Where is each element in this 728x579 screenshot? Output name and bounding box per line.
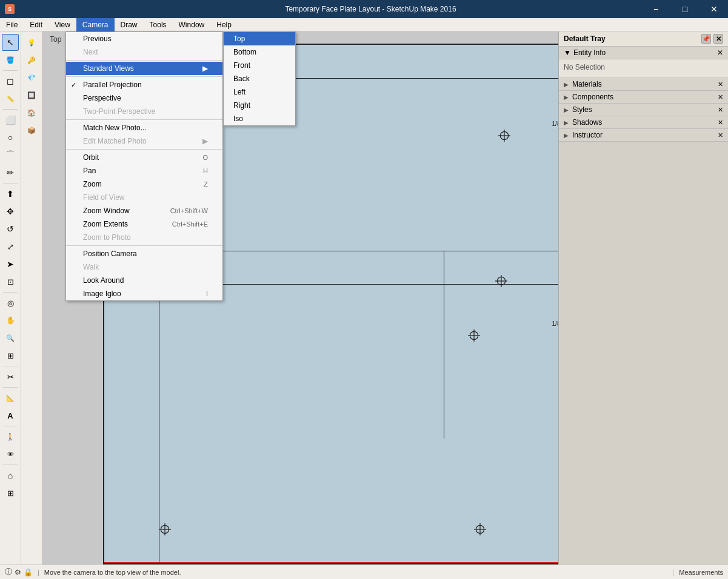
pan-tool-button[interactable]: ✋ bbox=[2, 312, 19, 329]
view-front[interactable]: Front bbox=[224, 59, 295, 72]
secondary-btn-1[interactable]: 💡 bbox=[23, 34, 40, 51]
secondary-btn-6[interactable]: 📦 bbox=[23, 122, 40, 139]
position-label: Position Camera bbox=[83, 250, 137, 258]
left-toolbar: ↖ 🪣 ◻ 📏 ⬜ ○ ⌒ ✏ ⬆ ✥ ↺ ⤢ ➤ ⊡ ◎ ✋ 🔍 ⊞ ✂ 📐 … bbox=[0, 31, 21, 564]
pencil-tool-button[interactable]: ✏ bbox=[2, 164, 19, 181]
menu-edit[interactable]: Edit bbox=[24, 18, 48, 31]
rotate-tool-button[interactable]: ↺ bbox=[2, 220, 19, 237]
camera-menu-pan[interactable]: Pan H bbox=[66, 164, 222, 177]
components-header[interactable]: ▶ Components ✕ bbox=[559, 91, 728, 103]
menu-camera[interactable]: Camera bbox=[76, 18, 115, 31]
arc-tool-button[interactable]: ⌒ bbox=[2, 147, 19, 164]
view-left-label: Left bbox=[233, 88, 245, 96]
camera-menu-parallel[interactable]: ✓ Parallel Projection bbox=[66, 78, 222, 91]
components-close[interactable]: ✕ bbox=[718, 93, 723, 101]
view-right[interactable]: Right bbox=[224, 99, 295, 112]
standard-views-submenu: Top Bottom Front Back Left Right Iso bbox=[223, 31, 296, 126]
walk-label: Walk bbox=[83, 263, 99, 271]
move-tool-button[interactable]: ✥ bbox=[2, 203, 19, 220]
component-tool-button[interactable]: ⊞ bbox=[2, 485, 19, 501]
view-top-label: Top bbox=[233, 35, 245, 43]
styles-close[interactable]: ✕ bbox=[718, 106, 723, 114]
tray-controls: 📌 ✕ bbox=[701, 34, 723, 44]
menu-view[interactable]: View bbox=[48, 18, 76, 31]
status-icon-3: 🔒 bbox=[24, 568, 33, 577]
zoom-tool-button[interactable]: 🔍 bbox=[2, 329, 19, 346]
tray-close-button[interactable]: ✕ bbox=[713, 34, 723, 44]
camera-menu-zoom-window[interactable]: Zoom Window Ctrl+Shift+W bbox=[66, 204, 222, 217]
instructor-arrow: ▶ bbox=[564, 132, 569, 139]
camera-menu-previous[interactable]: Previous bbox=[66, 32, 222, 45]
eraser-tool-button[interactable]: ◻ bbox=[2, 73, 19, 90]
rect-tool-button[interactable]: ⬜ bbox=[2, 111, 19, 128]
styles-header[interactable]: ▶ Styles ✕ bbox=[559, 104, 728, 116]
window-title: Temporary Face Plate Layout - SketchUp M… bbox=[18, 5, 723, 13]
paint-tool-button[interactable]: 🪣 bbox=[2, 51, 19, 68]
materials-close[interactable]: ✕ bbox=[718, 81, 723, 88]
camera-menu-standard-views[interactable]: Standard Views ▶ bbox=[66, 62, 222, 75]
camera-menu-position[interactable]: Position Camera bbox=[66, 247, 222, 260]
instructor-close[interactable]: ✕ bbox=[718, 131, 723, 139]
view-iso[interactable]: Iso bbox=[224, 112, 295, 125]
camera-menu-image-igloo[interactable]: Image Igloo I bbox=[66, 287, 222, 300]
materials-header[interactable]: ▶ Materials ✕ bbox=[559, 78, 728, 90]
shadows-panel: ▶ Shadows ✕ bbox=[559, 116, 728, 129]
camera-menu-match-new[interactable]: Match New Photo... bbox=[66, 121, 222, 134]
walk-tool-button[interactable]: 🚶 bbox=[2, 428, 19, 445]
lookaround-tool-button[interactable]: 👁 bbox=[2, 446, 19, 463]
view-back[interactable]: Back bbox=[224, 72, 295, 85]
view-top[interactable]: Top bbox=[224, 32, 295, 45]
offset-tool-button[interactable]: ⊡ bbox=[2, 273, 19, 290]
camera-menu-next: Next bbox=[66, 45, 222, 59]
tape-tool-button[interactable]: 📏 bbox=[2, 90, 19, 107]
pushpull-tool-button[interactable]: ⬆ bbox=[2, 185, 19, 202]
shadows-header[interactable]: ▶ Shadows ✕ bbox=[559, 116, 728, 128]
tray-pin-button[interactable]: 📌 bbox=[701, 34, 711, 44]
styles-label: Styles bbox=[572, 105, 592, 114]
scale-tool-button[interactable]: ⤢ bbox=[2, 238, 19, 255]
measure-tool-button[interactable]: 📐 bbox=[2, 389, 19, 406]
zoom-shortcut: Z bbox=[204, 180, 208, 188]
camera-menu-zoom-extents[interactable]: Zoom Extents Ctrl+Shift+E bbox=[66, 217, 222, 231]
secondary-btn-3[interactable]: 💎 bbox=[23, 69, 40, 86]
move-icon: ✥ bbox=[7, 207, 14, 216]
status-icon-1: ⓘ bbox=[5, 567, 12, 577]
view-left[interactable]: Left bbox=[224, 85, 295, 99]
entity-info-close[interactable]: ✕ bbox=[717, 48, 723, 57]
secondary-btn-4[interactable]: 🔲 bbox=[23, 87, 40, 104]
shadows-close[interactable]: ✕ bbox=[718, 119, 723, 127]
component-icon: ⊞ bbox=[7, 489, 14, 498]
zoom-extents-button[interactable]: ⊞ bbox=[2, 347, 19, 364]
menu-file[interactable]: File bbox=[0, 18, 24, 31]
select-tool-button[interactable]: ↖ bbox=[2, 34, 19, 51]
circle-tool-button[interactable]: ○ bbox=[2, 129, 19, 146]
section-tool-button[interactable]: ✂ bbox=[2, 368, 19, 385]
crosshair-3 bbox=[468, 329, 480, 342]
secondary-btn-2[interactable]: 🔑 bbox=[23, 51, 40, 68]
text-tool-button[interactable]: A bbox=[2, 407, 19, 424]
camera-menu-perspective[interactable]: Perspective bbox=[66, 91, 222, 105]
standard-views-label: Standard Views bbox=[83, 64, 134, 73]
secondary-btn-5[interactable]: 🏠 bbox=[23, 104, 40, 121]
camera-menu-orbit[interactable]: Orbit O bbox=[66, 151, 222, 164]
maximize-button[interactable]: □ bbox=[671, 0, 699, 18]
instructor-header[interactable]: ▶ Instructor ✕ bbox=[559, 129, 728, 141]
view-bottom[interactable]: Bottom bbox=[224, 45, 295, 59]
menu-window[interactable]: Window bbox=[173, 18, 211, 31]
secondary-icon-5: 🏠 bbox=[27, 109, 36, 117]
follow-tool-button[interactable]: ➤ bbox=[2, 256, 19, 273]
camera-menu-look-around[interactable]: Look Around bbox=[66, 274, 222, 287]
camera-menu-zoom[interactable]: Zoom Z bbox=[66, 177, 222, 191]
components-label: Components bbox=[572, 93, 613, 101]
close-button[interactable]: ✕ bbox=[700, 0, 728, 18]
menu-tools[interactable]: Tools bbox=[144, 18, 173, 31]
camera-menu: Previous Next Standard Views ▶ ✓ Paralle… bbox=[65, 31, 223, 301]
menu-draw[interactable]: Draw bbox=[115, 18, 144, 31]
house-tool-button[interactable]: ⌂ bbox=[2, 467, 19, 484]
fov-label: Field of View bbox=[83, 193, 124, 202]
menu-help[interactable]: Help bbox=[210, 18, 238, 31]
red-base-line bbox=[104, 562, 558, 563]
minimize-button[interactable]: − bbox=[642, 0, 670, 18]
entity-info-header[interactable]: ▼ Entity Info ✕ bbox=[559, 47, 728, 59]
orbit-tool-button[interactable]: ◎ bbox=[2, 294, 19, 311]
